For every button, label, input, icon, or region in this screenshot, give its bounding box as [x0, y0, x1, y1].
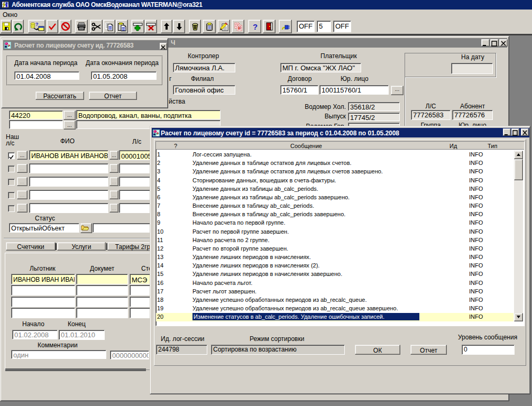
- svg-text:?: ?: [35, 22, 39, 27]
- svg-text:F: F: [239, 26, 241, 30]
- svg-text:?: ?: [253, 22, 258, 31]
